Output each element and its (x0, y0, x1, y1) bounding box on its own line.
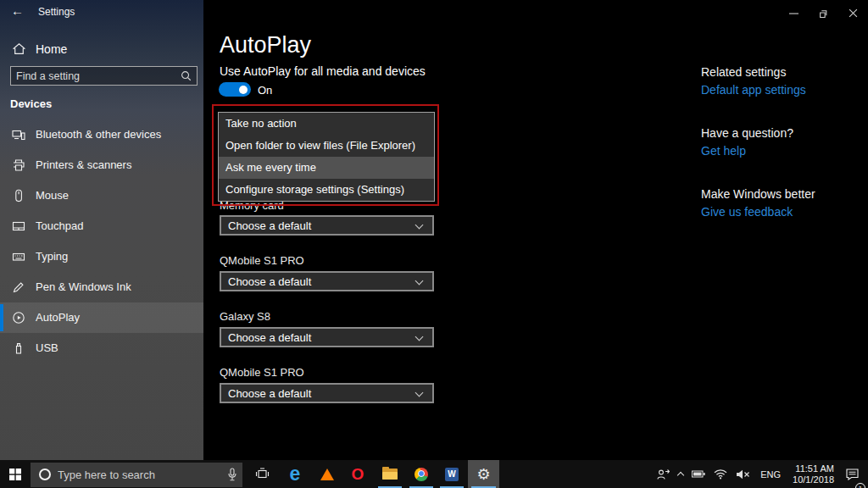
sidebar-item-mouse[interactable]: Mouse (0, 180, 203, 211)
sidebar-item-label: Typing (36, 250, 68, 263)
taskbar: e O W ⚙ (0, 460, 868, 488)
clock-time: 11:51 AM (795, 463, 834, 474)
action-center-button[interactable]: 1 (840, 460, 868, 488)
battery-icon[interactable] (687, 460, 709, 488)
sidebar-item-touchpad[interactable]: Touchpad (0, 211, 203, 241)
windows-logo-icon (9, 469, 21, 480)
taskbar-app-settings[interactable]: ⚙ (468, 460, 499, 488)
word-icon: W (445, 468, 459, 481)
notification-badge: 1 (855, 483, 865, 488)
task-view-button[interactable] (248, 460, 276, 488)
sidebar-item-label: Bluetooth & other devices (36, 128, 161, 141)
minimize-icon (789, 8, 798, 18)
make-windows-better-header: Make Windows better (701, 187, 815, 201)
taskbar-app-word[interactable]: W (437, 460, 467, 488)
chevron-up-icon (677, 472, 684, 479)
back-arrow-icon[interactable]: ← (11, 3, 24, 18)
sidebar-item-label: USB (36, 341, 58, 354)
action-center-icon (845, 468, 860, 480)
printer-icon (12, 158, 25, 172)
edge-icon: e (290, 464, 301, 484)
home-label: Home (36, 42, 67, 56)
dropdown-value: Choose a default (228, 275, 311, 288)
dropdown-qmobile-2[interactable]: Choose a default (220, 383, 434, 403)
close-icon (849, 8, 858, 18)
taskbar-search[interactable] (31, 463, 242, 487)
clock-date: 10/1/2018 (793, 474, 834, 485)
toggle-knob (239, 86, 248, 94)
gear-icon: ⚙ (476, 467, 490, 482)
keyboard-icon (12, 250, 25, 263)
restore-icon (819, 8, 828, 18)
opera-icon: O (352, 466, 364, 482)
sidebar-item-home[interactable]: Home (0, 36, 203, 63)
device-label-galaxy-s8: Galaxy S8 (220, 310, 270, 323)
settings-search-box (10, 66, 198, 86)
device-label-qmobile-1: QMobile S1 PRO (220, 254, 304, 267)
microphone-icon[interactable] (227, 468, 237, 482)
sidebar-section-devices: Devices (10, 97, 52, 110)
vlc-icon (320, 469, 334, 480)
restore-button[interactable] (809, 0, 838, 25)
device-label-qmobile-2: QMobile S1 PRO (220, 366, 304, 379)
chevron-down-icon (415, 389, 424, 397)
related-settings-header: Related settings (701, 65, 786, 79)
taskbar-app-vlc[interactable] (312, 460, 342, 488)
link-default-app-settings[interactable]: Default app settings (701, 83, 806, 97)
task-view-icon (255, 468, 270, 480)
close-button[interactable] (838, 0, 868, 25)
sidebar-item-printers[interactable]: Printers & scanners (0, 150, 203, 180)
sidebar-item-usb[interactable]: USB (0, 333, 203, 363)
chevron-down-icon (415, 333, 424, 341)
dropdown-memory-card[interactable]: Choose a default (220, 215, 434, 236)
toggle-state-label: On (258, 84, 272, 97)
taskbar-app-chrome[interactable] (406, 460, 437, 488)
wifi-icon[interactable] (709, 460, 732, 488)
window-title: Settings (38, 6, 75, 18)
dropdown-galaxy-s8[interactable]: Choose a default (220, 327, 434, 347)
minimize-button[interactable] (779, 0, 809, 25)
chrome-icon (415, 468, 428, 481)
search-icon[interactable] (180, 69, 192, 82)
taskbar-app-edge[interactable]: e (280, 460, 310, 488)
sidebar-item-label: Mouse (36, 189, 69, 202)
autoplay-open-menu: Take no action Open folder to view files… (218, 112, 435, 202)
cortana-icon (39, 469, 51, 480)
chevron-down-icon (415, 221, 424, 230)
sidebar-item-bluetooth[interactable]: Bluetooth & other devices (0, 119, 203, 150)
sidebar-item-pen[interactable]: Pen & Windows Ink (0, 272, 203, 302)
sidebar-item-label: Printers & scanners (36, 158, 131, 171)
file-explorer-icon (382, 469, 398, 480)
taskbar-app-opera[interactable]: O (342, 460, 373, 488)
menu-item-take-no-action[interactable]: Take no action (219, 113, 434, 135)
language-indicator[interactable]: ENG (754, 460, 787, 488)
have-a-question-header: Have a question? (701, 126, 793, 140)
sidebar-item-label: Pen & Windows Ink (36, 280, 131, 293)
dropdown-qmobile-1[interactable]: Choose a default (220, 271, 434, 291)
people-icon[interactable] (653, 460, 674, 488)
autoplay-toggle[interactable] (219, 82, 251, 97)
menu-item-ask-me-every-time[interactable]: Ask me every time (219, 157, 434, 179)
settings-search-input[interactable] (16, 67, 177, 85)
home-icon (12, 42, 26, 56)
taskbar-search-input[interactable] (58, 463, 227, 487)
dropdown-value: Choose a default (228, 387, 311, 400)
sidebar: ← Settings Home Devices Bluetooth & othe… (0, 0, 203, 460)
mouse-icon (12, 189, 25, 202)
menu-item-open-folder[interactable]: Open folder to view files (File Explorer… (219, 135, 434, 157)
link-give-us-feedback[interactable]: Give us feedback (701, 205, 793, 219)
window-controls (779, 0, 868, 25)
volume-muted-icon[interactable] (732, 460, 754, 488)
sidebar-item-autoplay[interactable]: AutoPlay (0, 302, 203, 333)
usb-icon (12, 341, 25, 355)
dropdown-value: Choose a default (228, 331, 311, 344)
link-get-help[interactable]: Get help (701, 144, 746, 158)
sidebar-item-typing[interactable]: Typing (0, 241, 203, 272)
start-button[interactable] (0, 460, 31, 488)
taskbar-app-file-explorer[interactable] (375, 460, 405, 488)
pen-icon (12, 280, 25, 294)
clock[interactable]: 11:51 AM 10/1/2018 (787, 460, 840, 488)
menu-item-configure-storage[interactable]: Configure storage settings (Settings) (219, 179, 434, 201)
sidebar-item-label: AutoPlay (36, 311, 80, 324)
tray-expand-chevron[interactable] (674, 460, 687, 488)
